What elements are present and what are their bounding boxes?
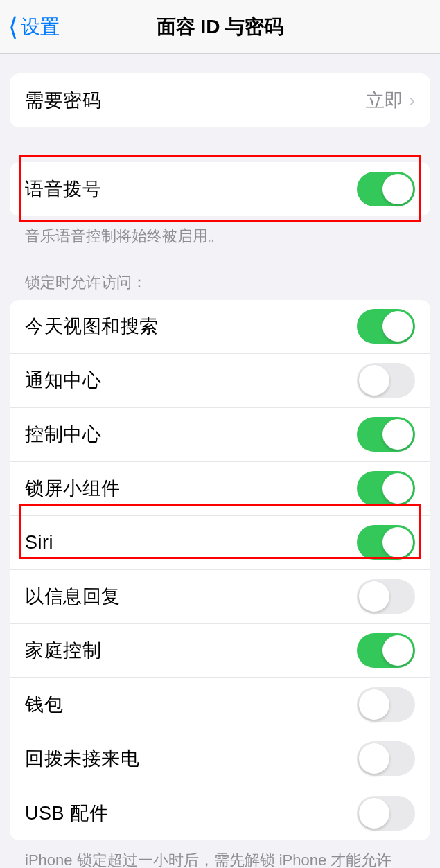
lock-access-footer: iPhone 锁定超过一小时后，需先解锁 iPhone 才能允许 USB 配件连… <box>10 840 430 868</box>
toggle-knob <box>382 174 413 204</box>
lock-access-toggle[interactable] <box>357 363 415 398</box>
toggle-knob <box>382 473 413 504</box>
toggle-knob <box>359 798 389 829</box>
voice-dial-toggle[interactable] <box>357 172 415 206</box>
lock-access-item-label: 钱包 <box>25 692 63 717</box>
lock-access-row: 控制中心 <box>10 408 430 462</box>
require-passcode-row[interactable]: 需要密码 立即 › <box>10 73 430 127</box>
toggle-knob <box>359 743 389 774</box>
toggle-knob <box>382 311 413 342</box>
lock-access-toggle[interactable] <box>357 525 415 560</box>
lock-access-toggle[interactable] <box>357 741 415 776</box>
chevron-left-icon: ⟨ <box>8 12 18 42</box>
lock-access-item-label: 控制中心 <box>25 422 101 447</box>
lock-access-item-label: 今天视图和搜索 <box>25 314 159 339</box>
voice-dial-row: 语音拨号 <box>10 162 430 216</box>
lock-access-toggle[interactable] <box>357 687 415 722</box>
voice-dial-footer: 音乐语音控制将始终被启用。 <box>10 216 430 247</box>
toggle-knob <box>359 581 389 612</box>
lock-access-item-label: USB 配件 <box>25 801 108 826</box>
toggle-knob <box>359 689 389 720</box>
require-passcode-value: 立即 <box>366 88 403 113</box>
toggle-knob <box>382 527 413 558</box>
lock-access-row: 以信息回复 <box>10 570 430 624</box>
lock-access-row: 家庭控制 <box>10 624 430 678</box>
lock-access-toggle[interactable] <box>357 309 415 344</box>
lock-access-item-label: 锁屏小组件 <box>25 476 121 501</box>
lock-access-item-label: 家庭控制 <box>25 638 101 663</box>
lock-access-toggle[interactable] <box>357 417 415 452</box>
header-bar: ⟨ 设置 面容 ID 与密码 <box>0 0 440 54</box>
voice-dial-label: 语音拨号 <box>25 177 101 202</box>
toggle-knob <box>382 419 413 450</box>
lock-access-row: 回拨未接来电 <box>10 732 430 786</box>
lock-access-row: 锁屏小组件 <box>10 462 430 516</box>
lock-access-toggle[interactable] <box>357 579 415 614</box>
lock-access-toggle[interactable] <box>357 796 415 831</box>
lock-access-row: 通知中心 <box>10 354 430 408</box>
lock-access-row: 钱包 <box>10 678 430 732</box>
lock-access-row: USB 配件 <box>10 786 430 840</box>
toggle-knob <box>359 365 389 396</box>
require-passcode-label: 需要密码 <box>25 88 101 113</box>
lock-access-toggle[interactable] <box>357 471 415 506</box>
lock-access-header: 锁定时允许访问： <box>10 272 430 300</box>
lock-access-item-label: Siri <box>25 532 53 553</box>
lock-access-list: 今天视图和搜索通知中心控制中心锁屏小组件Siri以信息回复家庭控制钱包回拨未接来… <box>10 300 430 840</box>
back-label: 设置 <box>21 14 60 40</box>
lock-access-row: 今天视图和搜索 <box>10 300 430 354</box>
chevron-right-icon: › <box>409 89 415 112</box>
toggle-knob <box>382 635 413 666</box>
lock-access-toggle[interactable] <box>357 633 415 668</box>
lock-access-item-label: 回拨未接来电 <box>25 746 139 771</box>
page-title: 面容 ID 与密码 <box>157 14 284 40</box>
lock-access-row: Siri <box>10 516 430 570</box>
lock-access-item-label: 通知中心 <box>25 368 101 393</box>
lock-access-item-label: 以信息回复 <box>25 584 121 609</box>
back-button[interactable]: ⟨ 设置 <box>0 12 60 42</box>
